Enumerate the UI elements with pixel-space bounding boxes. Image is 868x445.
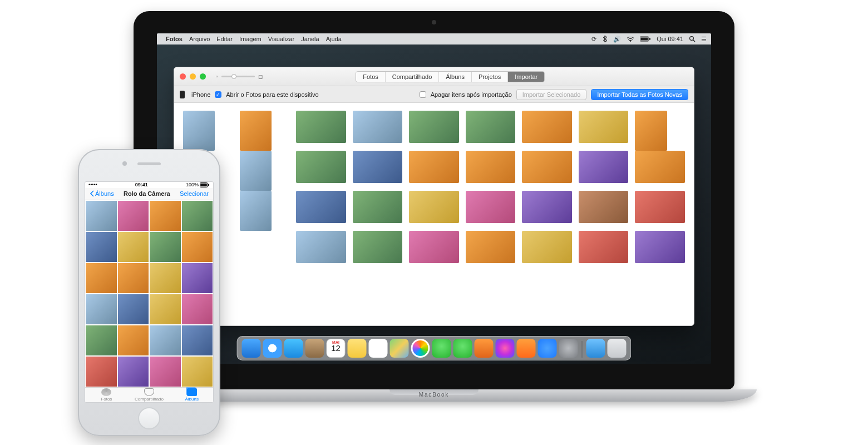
tab-fotos[interactable]: Fotos: [85, 388, 128, 402]
photo-thumbnail[interactable]: [182, 232, 213, 262]
photo-thumbnail[interactable]: [240, 111, 272, 151]
photo-thumbnail[interactable]: [86, 357, 117, 387]
timemachine-icon[interactable]: ⟳: [591, 36, 596, 43]
dock-notes-icon[interactable]: [348, 339, 367, 358]
photo-thumbnail[interactable]: [296, 231, 346, 263]
photo-thumbnail[interactable]: [86, 201, 117, 231]
photo-thumbnail[interactable]: [522, 191, 572, 223]
photo-thumbnail[interactable]: [353, 151, 403, 183]
dock-ibooks-icon[interactable]: [517, 339, 536, 358]
photo-thumbnail[interactable]: [579, 191, 629, 223]
photo-thumbnail[interactable]: [635, 151, 685, 183]
photo-thumbnail[interactable]: [182, 294, 213, 324]
window-close-button[interactable]: [180, 73, 186, 80]
photo-thumbnail[interactable]: [150, 201, 181, 231]
photo-thumbnail[interactable]: [118, 294, 149, 324]
dock-mail-icon[interactable]: [284, 339, 303, 358]
photo-thumbnail[interactable]: [353, 111, 403, 143]
photo-thumbnail[interactable]: [150, 294, 181, 324]
photo-thumbnail[interactable]: [86, 325, 117, 355]
menubar-app-name[interactable]: Fotos: [166, 36, 183, 42]
photo-thumbnail[interactable]: [522, 231, 572, 263]
window-zoom-button[interactable]: [200, 73, 206, 80]
volume-icon[interactable]: 🔊: [613, 36, 621, 43]
import-all-button[interactable]: Importar Todas as Fotos Novas: [591, 89, 688, 100]
menubar-clock[interactable]: Qui 09:41: [657, 36, 683, 42]
photo-thumbnail[interactable]: [118, 201, 149, 231]
window-minimize-button[interactable]: [190, 73, 196, 80]
dock-maps-icon[interactable]: [390, 339, 409, 358]
menubar-item-visualizar[interactable]: Visualizar: [268, 36, 295, 42]
dock-photos-icon[interactable]: [411, 339, 430, 358]
photo-thumbnail[interactable]: [409, 191, 459, 223]
photo-thumbnail[interactable]: [522, 111, 572, 143]
open-photos-checkbox[interactable]: ✓: [215, 91, 221, 98]
tab-albuns[interactable]: Álbuns: [170, 388, 213, 402]
spotlight-icon[interactable]: [689, 36, 696, 42]
photo-thumbnail[interactable]: [579, 111, 629, 143]
menubar-item-editar[interactable]: Editar: [216, 36, 233, 42]
photo-thumbnail[interactable]: [466, 231, 516, 263]
photo-thumbnail[interactable]: [522, 151, 572, 183]
photo-thumbnail[interactable]: [409, 231, 459, 263]
photo-thumbnail[interactable]: [635, 111, 667, 151]
photo-thumbnail[interactable]: [409, 151, 459, 183]
photo-thumbnail[interactable]: [579, 231, 629, 263]
dock-finder-icon[interactable]: [242, 339, 261, 358]
dock-facetime-icon[interactable]: [453, 339, 472, 358]
photo-thumbnail[interactable]: [118, 232, 149, 262]
dock-photobooth-icon[interactable]: [475, 339, 494, 358]
photo-thumbnail[interactable]: [579, 151, 629, 183]
photo-thumbnail[interactable]: [466, 151, 516, 183]
dock-appstore-icon[interactable]: [538, 339, 557, 358]
dock-contacts-icon[interactable]: [305, 339, 324, 358]
photo-thumbnail[interactable]: [86, 294, 117, 324]
battery-icon[interactable]: [640, 36, 651, 42]
wifi-icon[interactable]: [627, 36, 634, 42]
dock-safari-icon[interactable]: [263, 339, 282, 358]
photo-thumbnail[interactable]: [296, 191, 346, 223]
photo-thumbnail[interactable]: [353, 231, 403, 263]
photo-thumbnail[interactable]: [409, 111, 459, 143]
menubar-item-janela[interactable]: Janela: [301, 36, 319, 42]
photo-thumbnail[interactable]: [182, 263, 213, 293]
photo-thumbnail[interactable]: [150, 357, 181, 387]
photo-thumbnail[interactable]: [296, 151, 346, 183]
photo-thumbnail[interactable]: [86, 232, 117, 262]
tab-compartilhado[interactable]: Compartilhado: [128, 388, 171, 402]
photo-thumbnail[interactable]: [635, 231, 685, 263]
import-selected-button[interactable]: Importar Selecionado: [516, 89, 587, 100]
photo-thumbnail[interactable]: [118, 357, 149, 387]
dock-itunes-icon[interactable]: [496, 339, 515, 358]
erase-after-checkbox[interactable]: [420, 91, 426, 98]
tab-projetos[interactable]: Projetos: [472, 72, 508, 82]
dock-downloads-icon[interactable]: [586, 339, 605, 358]
dock-calendar-icon[interactable]: MAI12: [327, 339, 346, 358]
photo-thumbnail[interactable]: [150, 232, 181, 262]
dock-messages-icon[interactable]: [432, 339, 451, 358]
dock-preferences-icon[interactable]: [559, 339, 578, 358]
iphone-home-button[interactable]: [138, 407, 160, 429]
tab-compartilhado[interactable]: Compartilhado: [386, 72, 440, 82]
dock-reminders-icon[interactable]: [369, 339, 388, 358]
notification-center-icon[interactable]: ☰: [701, 36, 707, 43]
tab-fotos[interactable]: Fotos: [356, 72, 386, 82]
dock-trash-icon[interactable]: [608, 339, 627, 358]
photo-thumbnail[interactable]: [240, 191, 272, 231]
photo-thumbnail[interactable]: [353, 191, 403, 223]
photo-thumbnail[interactable]: [182, 357, 213, 387]
photo-thumbnail[interactable]: [182, 325, 213, 355]
photo-thumbnail[interactable]: [466, 191, 516, 223]
photo-thumbnail[interactable]: [635, 191, 685, 223]
select-button[interactable]: Selecionar: [180, 190, 209, 197]
photo-thumbnail[interactable]: [150, 325, 181, 355]
thumbnail-zoom-slider[interactable]: ▫ ◻: [216, 73, 263, 80]
photo-thumbnail[interactable]: [86, 263, 117, 293]
tab-albuns[interactable]: Álbuns: [439, 72, 472, 82]
photo-thumbnail[interactable]: [466, 111, 516, 143]
tab-importar[interactable]: Importar: [508, 72, 544, 82]
menubar-item-ajuda[interactable]: Ajuda: [326, 36, 342, 42]
back-button[interactable]: Álbuns: [90, 190, 114, 197]
photo-thumbnail[interactable]: [150, 263, 181, 293]
photo-thumbnail[interactable]: [182, 201, 213, 231]
